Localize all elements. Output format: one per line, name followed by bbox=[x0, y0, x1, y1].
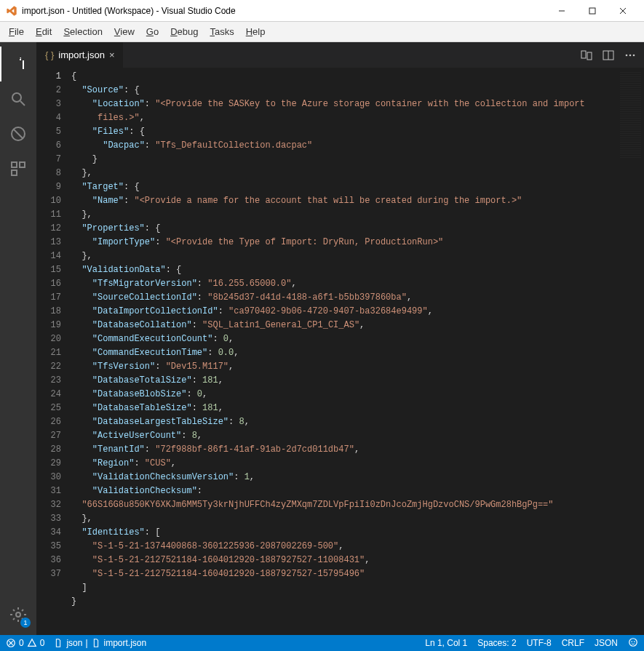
line-number: 13 bbox=[36, 236, 61, 249]
line-number: 28 bbox=[36, 443, 61, 457]
cursor-position[interactable]: Ln 1, Col 1 bbox=[425, 638, 467, 648]
line-number: 35 bbox=[36, 540, 61, 554]
line-number bbox=[36, 595, 61, 609]
warning-count: 0 bbox=[40, 638, 45, 648]
indent-indicator[interactable]: Spaces: 2 bbox=[477, 638, 516, 648]
close-tab-icon[interactable]: × bbox=[109, 49, 115, 60]
svg-point-16 bbox=[626, 54, 628, 56]
line-number: 5 bbox=[36, 125, 61, 139]
json-file-icon: { } bbox=[45, 49, 54, 60]
compare-icon[interactable] bbox=[579, 47, 595, 63]
line-number: 19 bbox=[36, 319, 61, 332]
menu-debug[interactable]: Debug bbox=[164, 24, 204, 39]
menu-tasks[interactable]: Tasks bbox=[204, 24, 239, 39]
extensions-button[interactable] bbox=[0, 151, 36, 186]
split-editor-icon[interactable] bbox=[600, 47, 616, 63]
code-line: "ValidationData": { bbox=[71, 263, 616, 277]
settings-button[interactable]: 1 bbox=[0, 597, 36, 632]
line-number: 18 bbox=[36, 305, 61, 319]
line-number: 12 bbox=[36, 222, 61, 236]
line-number: 22 bbox=[36, 360, 61, 374]
svg-rect-10 bbox=[12, 170, 17, 175]
code-line: "CommandExecutionCount": 0, bbox=[71, 332, 616, 346]
svg-point-18 bbox=[633, 54, 635, 56]
line-number: 23 bbox=[36, 374, 61, 388]
line-number bbox=[36, 581, 61, 595]
code-content[interactable]: { "Source": { "Location": "<Provide the … bbox=[71, 68, 616, 635]
minimap[interactable] bbox=[616, 68, 644, 635]
language-indicator[interactable]: JSON bbox=[595, 638, 618, 648]
code-line: } bbox=[71, 595, 616, 609]
status-lang-left: json bbox=[66, 638, 82, 648]
line-number: 10 bbox=[36, 194, 61, 208]
line-number: 7 bbox=[36, 153, 61, 167]
line-number: 4 bbox=[36, 111, 61, 125]
svg-point-22 bbox=[629, 638, 637, 646]
search-button[interactable] bbox=[0, 81, 36, 116]
svg-rect-12 bbox=[581, 51, 586, 58]
line-number: 9 bbox=[36, 180, 61, 194]
line-number: 14 bbox=[36, 249, 61, 263]
debug-button[interactable] bbox=[0, 116, 36, 151]
close-button[interactable] bbox=[608, 1, 638, 21]
code-line: { bbox=[71, 70, 616, 84]
menu-go[interactable]: Go bbox=[140, 24, 164, 39]
maximize-button[interactable] bbox=[577, 1, 608, 21]
line-number: 27 bbox=[36, 429, 61, 443]
menu-file[interactable]: File bbox=[3, 24, 30, 39]
code-line: "ValidationChecksum": bbox=[71, 484, 616, 498]
line-number-gutter: 1234567891011121314151617181920212223242… bbox=[36, 68, 71, 635]
code-line: "Source": { bbox=[71, 84, 616, 97]
activity-bar: 1 bbox=[0, 42, 36, 635]
line-number: 21 bbox=[36, 346, 61, 360]
code-line: "ValidationChecksumVersion": 1, bbox=[71, 471, 616, 484]
menu-selection[interactable]: Selection bbox=[57, 24, 108, 39]
eol-indicator[interactable]: CRLF bbox=[562, 638, 584, 648]
line-number: 17 bbox=[36, 291, 61, 305]
code-line: ] bbox=[71, 581, 616, 595]
window-title: import.json - Untitled (Workspace) - Vis… bbox=[22, 6, 236, 16]
code-line: }, bbox=[71, 512, 616, 526]
code-line: "Target": { bbox=[71, 180, 616, 194]
explorer-button[interactable] bbox=[0, 47, 36, 81]
code-editor[interactable]: 1234567891011121314151617181920212223242… bbox=[36, 68, 644, 635]
code-line: }, bbox=[71, 208, 616, 222]
code-line: "DatabaseTotalSize": 181, bbox=[71, 374, 616, 388]
tab-label: import.json bbox=[58, 49, 105, 60]
editor-tabs: { } import.json × bbox=[36, 42, 644, 68]
menu-edit[interactable]: Edit bbox=[30, 24, 57, 39]
code-line: "Properties": { bbox=[71, 222, 616, 236]
tab-import-json[interactable]: { } import.json × bbox=[36, 42, 124, 68]
menu-help[interactable]: Help bbox=[240, 24, 271, 39]
menu-view[interactable]: View bbox=[108, 24, 140, 39]
encoding-indicator[interactable]: UTF-8 bbox=[527, 638, 552, 648]
minimize-button[interactable] bbox=[546, 1, 577, 21]
code-line: }, bbox=[71, 249, 616, 263]
line-number: 6 bbox=[36, 139, 61, 153]
code-line: "DataImportCollectionId": "ca970402-9b06… bbox=[71, 305, 616, 319]
problems-indicator[interactable]: 0 0 bbox=[6, 638, 44, 648]
code-line: "DatabaseBlobSize": 0, bbox=[71, 388, 616, 402]
status-file-path[interactable]: json | import.json bbox=[53, 638, 146, 648]
code-line: "DatabaseLargestTableSize": 8, bbox=[71, 415, 616, 429]
code-line: "DatabaseCollation": "SQL_Latin1_General… bbox=[71, 319, 616, 332]
line-number: 31 bbox=[36, 484, 61, 498]
code-line: "TfsMigratorVersion": "16.255.65000.0", bbox=[71, 277, 616, 291]
code-line: "TenantId": "72f988bf-86f1-41af-91ab-2d7… bbox=[71, 443, 616, 457]
code-line: "Name": "<Provide a name for the account… bbox=[71, 194, 616, 208]
line-number: 32 bbox=[36, 498, 61, 512]
more-icon[interactable] bbox=[622, 47, 638, 63]
code-line: "Location": "<Provide the SASKey to the … bbox=[71, 97, 616, 111]
code-line: "ActiveUserCount": 8, bbox=[71, 429, 616, 443]
status-file-left: import.json bbox=[104, 638, 147, 648]
line-number: 37 bbox=[36, 567, 61, 581]
code-line: "S-1-5-21-2127521184-1604012920-18879275… bbox=[71, 567, 616, 581]
code-line: }, bbox=[71, 167, 616, 180]
code-line: "66S16G8u850KY6XKJm6MM5Ty3krNjhUFFCh4zyZ… bbox=[71, 498, 616, 512]
main-area: 1 { } import.json × 12345678910111213141… bbox=[0, 42, 644, 635]
code-line: } bbox=[71, 153, 616, 167]
code-line: "ImportType": "<Provide the Type of Impo… bbox=[71, 236, 616, 249]
line-number: 3 bbox=[36, 97, 61, 111]
feedback-icon[interactable] bbox=[628, 637, 638, 650]
line-number: 34 bbox=[36, 526, 61, 540]
